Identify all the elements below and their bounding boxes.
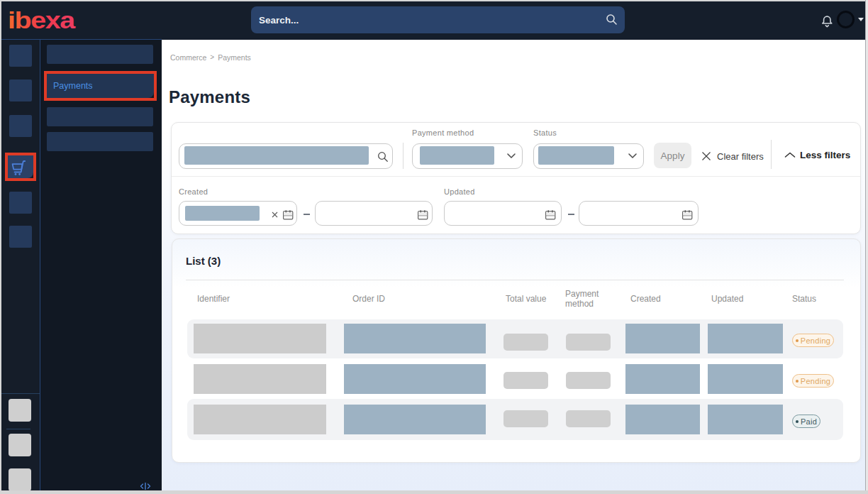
svg-text:ibexa: ibexa: [8, 7, 76, 34]
